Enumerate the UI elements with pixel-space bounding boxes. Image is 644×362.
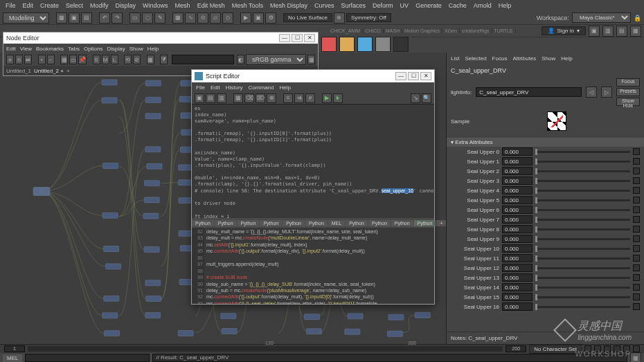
attr-connection-icon[interactable] — [633, 235, 640, 242]
presets-button[interactable]: Presets — [616, 88, 640, 96]
cmd-input[interactable] — [25, 354, 150, 362]
save-scene-icon[interactable]: ▤ — [81, 12, 92, 24]
script-tab[interactable]: Python — [368, 220, 391, 226]
ne-m-icon[interactable]: M — [102, 55, 109, 64]
attr-connection-icon[interactable] — [633, 255, 640, 262]
se-menu-item[interactable]: File — [196, 84, 205, 91]
attr-value-input[interactable] — [502, 235, 533, 243]
shelf-button[interactable] — [339, 37, 355, 52]
show-hide-button[interactable]: Show Hide — [616, 98, 640, 106]
attr-slider[interactable] — [535, 219, 630, 221]
script-tab[interactable]: Python — [414, 220, 436, 226]
fast-fwd-button[interactable] — [633, 345, 640, 352]
live-surface-status[interactable]: No Live Surface — [283, 13, 332, 22]
node-editor-titlebar[interactable]: Node Editor — ☐ ✕ — [3, 33, 318, 44]
menu-windows[interactable]: Windows — [140, 2, 171, 9]
ne-view-icon[interactable]: ▦ — [307, 55, 315, 64]
shelf-tab[interactable]: CHICO — [363, 28, 384, 33]
script-editor-shortcut-icon[interactable]: ▦ — [630, 352, 641, 362]
render-settings-icon[interactable]: ⚙ — [265, 12, 276, 24]
menu-uv[interactable]: UV — [397, 2, 412, 9]
attr-value-input[interactable] — [502, 147, 533, 156]
maximize-button[interactable]: ☐ — [408, 72, 419, 80]
attr-connection-icon[interactable] — [633, 245, 640, 252]
shelf-button[interactable] — [357, 37, 373, 52]
snap-grid-icon[interactable]: ▦ — [172, 12, 184, 24]
attr-slider[interactable] — [535, 306, 630, 308]
menu-file[interactable]: File — [3, 2, 19, 9]
snap-plane-icon[interactable]: ▱ — [210, 12, 221, 24]
shelf-tab[interactable]: creatureRigs — [460, 28, 492, 33]
ne-menu-item[interactable]: Help — [147, 46, 159, 52]
ne-menu-item[interactable]: Bookmarks — [36, 46, 64, 52]
ne-menu-item[interactable]: Tabs — [68, 46, 80, 52]
workspace-select[interactable]: Maya Classic* — [572, 12, 631, 23]
attr-slider[interactable] — [535, 228, 630, 230]
ipr-icon[interactable]: ▣ — [253, 12, 264, 24]
node-name-input[interactable] — [476, 87, 582, 97]
script-tab[interactable]: Python — [391, 220, 413, 226]
attr-slider[interactable] — [535, 180, 630, 182]
shelf-tab[interactable]: MASH — [384, 28, 402, 33]
script-tab[interactable]: Python — [192, 220, 214, 226]
attr-connection-icon[interactable] — [633, 226, 640, 233]
nav-fwd-icon[interactable]: ▷ — [601, 87, 612, 98]
script-tab[interactable]: Python — [305, 220, 328, 226]
ne-output-icon[interactable]: ⎋ — [15, 55, 23, 64]
execute-icon[interactable]: ▶ — [322, 93, 332, 103]
maximize-button[interactable]: ☐ — [292, 34, 303, 42]
minimize-button[interactable]: — — [279, 34, 290, 42]
new-scene-icon[interactable]: ▦ — [56, 12, 67, 24]
attr-connection-icon[interactable] — [633, 197, 640, 203]
attr-slider[interactable] — [535, 267, 630, 269]
attr-value-input[interactable] — [502, 177, 533, 185]
menu-edit-mesh[interactable]: Edit Mesh — [195, 2, 228, 9]
snap-point-icon[interactable]: ⊙ — [197, 12, 208, 24]
shelf-button[interactable] — [321, 37, 337, 52]
time-track[interactable]: 120 200 — [28, 346, 503, 352]
ne-add-icon[interactable]: + — [38, 55, 46, 64]
ne-menu-item[interactable]: View — [20, 46, 32, 52]
execute-all-icon[interactable]: ⏵ — [333, 93, 343, 103]
ne-cm-icon[interactable]: ◐ — [237, 55, 244, 64]
script-tab[interactable]: MEL — [328, 220, 345, 226]
attr-value-input[interactable] — [502, 206, 533, 214]
ae-menu-item[interactable]: Selected — [465, 55, 486, 62]
attr-value-input[interactable] — [502, 215, 533, 224]
ne-frame-icon[interactable]: ▭ — [69, 55, 77, 64]
panel-icon-3[interactable]: ▤ — [616, 26, 627, 37]
script-editor-titlebar[interactable]: Script Editor — ☐ ✕ — [192, 70, 434, 82]
attr-node-tab[interactable]: C_seal_upper_DRV — [447, 64, 644, 77]
attr-value-input[interactable] — [502, 157, 533, 165]
attr-value-input[interactable] — [502, 264, 533, 272]
ne-remove-icon[interactable]: − — [47, 55, 55, 64]
ae-menu-item[interactable]: Help — [561, 55, 572, 62]
attr-value-input[interactable] — [502, 273, 533, 282]
attr-slider[interactable] — [535, 170, 630, 172]
attr-value-input[interactable] — [502, 283, 533, 291]
shelf-tab[interactable]: CHICK_ANIM — [328, 28, 363, 33]
range-end-input[interactable]: 200 — [506, 345, 526, 352]
minimize-button[interactable]: — — [395, 72, 406, 80]
ne-menu-item[interactable]: Edit — [6, 46, 16, 52]
open-scene-icon[interactable]: ▣ — [69, 12, 80, 24]
lock-icon[interactable]: 🔒 — [634, 15, 641, 21]
range-start-input[interactable]: 1 — [4, 345, 25, 352]
character-set-select[interactable]: No Character Set — [529, 345, 582, 354]
ne-pin-icon[interactable]: 📌 — [78, 55, 87, 64]
se-menu-item[interactable]: Command — [249, 84, 274, 91]
attr-value-input[interactable] — [502, 167, 533, 175]
attr-connection-icon[interactable] — [633, 158, 640, 165]
se-menu-item[interactable]: History — [226, 84, 243, 91]
panel-icon-1[interactable]: ▣ — [589, 26, 600, 37]
open-script-icon[interactable]: ▣ — [195, 93, 204, 103]
line-numbers-icon[interactable]: # — [305, 93, 315, 103]
menu-arnold[interactable]: Arnold — [471, 2, 494, 9]
attr-connection-icon[interactable] — [633, 216, 640, 223]
ae-menu-item[interactable]: Show — [542, 55, 555, 62]
ne-menu-item[interactable]: Options — [84, 46, 103, 52]
goto-line-icon[interactable]: ↘ — [411, 93, 420, 103]
magnet-icon[interactable]: ⊕ — [334, 12, 345, 24]
ne-l-icon[interactable]: L — [111, 55, 118, 64]
attr-connection-icon[interactable] — [633, 274, 640, 281]
